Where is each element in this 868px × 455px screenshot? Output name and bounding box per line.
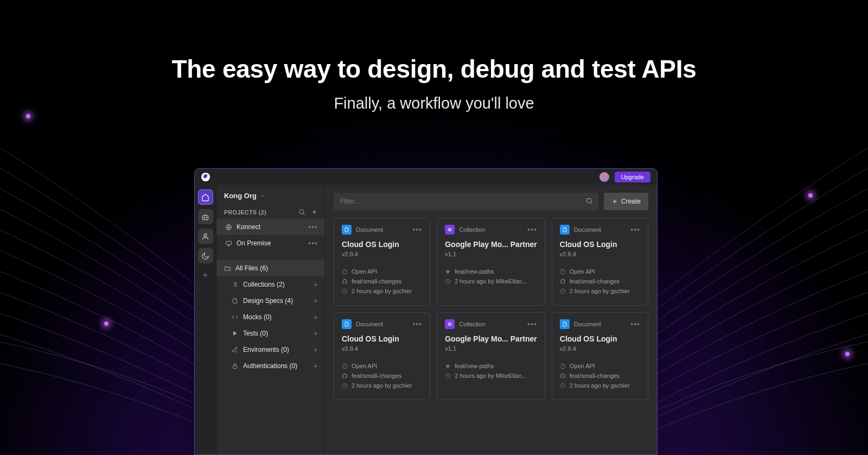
- rail-home[interactable]: [198, 189, 213, 205]
- edit-icon: [232, 346, 238, 353]
- github-icon: [560, 279, 566, 285]
- github-icon: [560, 373, 566, 379]
- add-icon[interactable]: +: [314, 362, 318, 370]
- card-meta-time: 2 hours ago by MikeEllan...: [445, 372, 537, 379]
- card-type-label: Document: [356, 321, 383, 327]
- upgrade-button[interactable]: Upgrade: [615, 172, 650, 182]
- rail-moon[interactable]: [198, 248, 213, 263]
- org-name: Kong Org: [224, 192, 257, 200]
- play-icon: [232, 330, 238, 337]
- add-icon[interactable]: +: [314, 329, 318, 338]
- add-icon[interactable]: +: [314, 296, 318, 305]
- add-icon[interactable]: +: [314, 345, 318, 354]
- project-label: On Premise: [237, 239, 271, 247]
- list-icon: [232, 281, 238, 288]
- more-icon[interactable]: •••: [308, 239, 318, 248]
- filter-input[interactable]: [334, 193, 598, 210]
- folder-icon: [224, 265, 231, 272]
- create-button[interactable]: Create: [604, 193, 648, 210]
- card-meta-time: 2 hours ago by gschier: [560, 288, 640, 294]
- card-type-label: Collection: [459, 226, 485, 233]
- file-category-mocks[interactable]: Mocks (0)+: [216, 309, 324, 325]
- workspace-card[interactable]: Document ••• Cloud OS Login v2.8.4 Open …: [334, 218, 430, 306]
- search-icon[interactable]: [585, 197, 593, 205]
- card-more-icon[interactable]: •••: [630, 225, 640, 234]
- left-rail: +: [195, 185, 216, 454]
- add-icon[interactable]: +: [314, 313, 318, 321]
- project-item-on-premise[interactable]: On Premise•••: [216, 235, 324, 251]
- card-title: Google Play Mo... Partner: [445, 334, 537, 343]
- card-meta-branch: feat/new-paths: [445, 363, 537, 369]
- workspace-card[interactable]: Document ••• Cloud OS Login v2.8.4 Open …: [334, 312, 430, 400]
- globe-icon: [225, 224, 232, 231]
- more-icon[interactable]: •••: [308, 223, 318, 231]
- file-category-authentications[interactable]: Authentications (0)+: [216, 358, 324, 374]
- toolbar: Create: [334, 193, 648, 210]
- file-icon: [560, 269, 566, 275]
- card-more-icon[interactable]: •••: [630, 320, 640, 328]
- add-icon[interactable]: +: [314, 280, 318, 289]
- clock-icon: [445, 279, 451, 285]
- file-icon: [560, 363, 566, 369]
- card-meta-branch: feat/small-changes: [560, 278, 640, 285]
- card-type-label: Document: [574, 321, 601, 327]
- clock-icon: [560, 288, 566, 294]
- card-meta-time: 2 hours ago by gschier: [560, 382, 640, 389]
- card-more-icon[interactable]: •••: [412, 320, 422, 328]
- card-version: v2.8.4: [342, 345, 422, 352]
- card-more-icon[interactable]: •••: [527, 225, 537, 234]
- search-icon[interactable]: [298, 208, 305, 216]
- document-icon: [342, 319, 352, 329]
- projects-header-label: PROJECTS (2): [224, 209, 266, 216]
- card-version: v2.8.4: [560, 251, 640, 257]
- card-meta-spec: Open API: [342, 268, 422, 275]
- all-files-row[interactable]: All Files (6): [216, 260, 324, 276]
- card-meta-branch: feat/small-changes: [342, 278, 422, 285]
- org-switcher[interactable]: Kong Org: [216, 185, 324, 205]
- file-category-tests[interactable]: Tests (0)+: [216, 325, 324, 342]
- card-meta-branch: feat/small-changes: [560, 372, 640, 379]
- github-icon: [342, 373, 348, 379]
- app-logo-icon: [201, 173, 210, 181]
- avatar[interactable]: [599, 172, 609, 182]
- hero: The easy way to design, debug and test A…: [0, 0, 868, 112]
- workspace-card[interactable]: Collection ••• Google Play Mo... Partner…: [437, 218, 545, 306]
- card-meta-time: 2 hours ago by gschier: [342, 382, 422, 389]
- clock-icon: [342, 383, 348, 389]
- card-title: Cloud OS Login: [342, 334, 422, 343]
- card-title: Cloud OS Login: [560, 240, 640, 249]
- rail-bot[interactable]: [198, 209, 213, 224]
- card-version: v2.8.4: [560, 345, 640, 352]
- clock-icon: [445, 373, 451, 379]
- workspace-card[interactable]: Document ••• Cloud OS Login v2.8.4 Open …: [552, 312, 648, 400]
- code-icon: [232, 314, 238, 320]
- hero-subtitle: Finally, a workflow you'll love: [0, 94, 868, 112]
- svg-point-4: [299, 210, 304, 214]
- document-icon: [342, 225, 352, 235]
- user-icon: [201, 232, 209, 241]
- create-label: Create: [621, 198, 641, 205]
- cards-grid: Document ••• Cloud OS Login v2.8.4 Open …: [334, 218, 648, 400]
- file-category-design[interactable]: Design Specs (4)+: [216, 293, 324, 309]
- rail-add-button[interactable]: +: [198, 268, 213, 283]
- clock-icon: [560, 383, 566, 389]
- file-category-enviroments[interactable]: Enviroments (0)+: [216, 342, 324, 358]
- file-category-label: Design Specs (4): [243, 297, 293, 305]
- workspace-card[interactable]: Document ••• Cloud OS Login v2.8.4 Open …: [552, 218, 648, 306]
- project-item-konnect[interactable]: Konnect•••: [216, 219, 324, 235]
- rail-user[interactable]: [198, 229, 213, 244]
- svg-rect-8: [233, 366, 237, 369]
- card-more-icon[interactable]: •••: [412, 225, 422, 234]
- card-meta-spec: Open API: [560, 363, 640, 369]
- card-more-icon[interactable]: •••: [527, 320, 537, 328]
- file-category-collections[interactable]: Collections (2)+: [216, 276, 324, 293]
- plus-icon: [611, 198, 618, 205]
- bot-icon: [201, 213, 209, 221]
- svg-rect-0: [203, 216, 208, 220]
- workspace-card[interactable]: Collection ••• Google Play Mo... Partner…: [437, 312, 545, 400]
- gitlab-icon: [445, 363, 451, 369]
- filter-box: [334, 193, 598, 210]
- add-project-icon[interactable]: [311, 208, 318, 216]
- card-type-label: Document: [356, 226, 383, 233]
- card-meta-spec: Open API: [342, 363, 422, 369]
